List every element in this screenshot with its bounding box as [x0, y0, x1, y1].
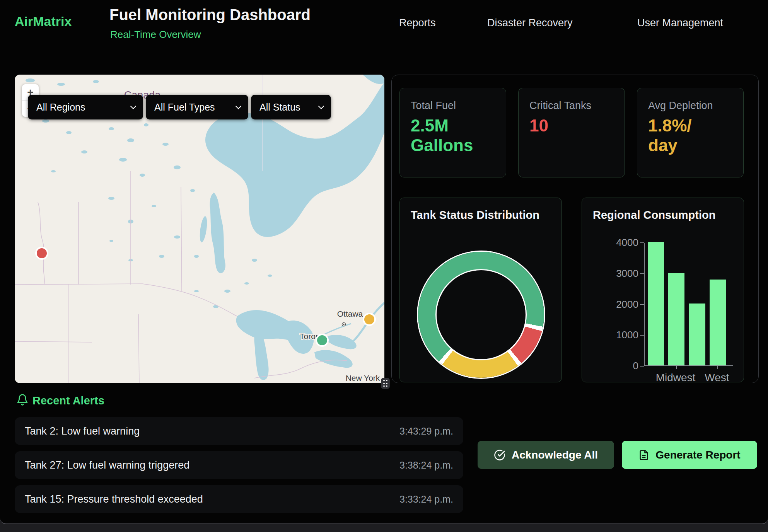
filter-all-status[interactable]: All Status — [251, 95, 331, 119]
acknowledge-all-button[interactable]: Acknowledge All — [478, 441, 614, 469]
x-axis-label: West — [690, 372, 744, 384]
alert-time: 3:43:29 p.m. — [399, 426, 453, 437]
donut-chart — [418, 252, 544, 378]
y-tick-label: 4000 — [604, 237, 638, 249]
resize-grip-icon[interactable] — [381, 378, 390, 389]
map-label-new-york: New York — [346, 373, 380, 382]
report-document-icon — [638, 450, 649, 460]
check-circle-icon — [494, 449, 505, 461]
stat-label: Total Fuel — [411, 100, 456, 112]
donut-hole — [435, 269, 527, 360]
bar-chart: 01000200030004000 — [644, 243, 733, 366]
alert-text: Tank 15: Pressure threshold exceeded — [25, 493, 203, 505]
stat-card-avg-depletion: Avg Depletion 1.8%/ day — [637, 88, 744, 177]
y-tick-label: 2000 — [604, 298, 638, 310]
chevron-down-icon — [130, 103, 137, 109]
bar-segment — [710, 280, 726, 365]
stat-card-total-fuel: Total Fuel 2.5M Gallons — [399, 88, 506, 177]
filter-all-status-value: All Status — [259, 102, 300, 113]
metrics-panel: Total Fuel 2.5M Gallons Critical Tanks 1… — [391, 75, 759, 383]
chart-title: Tank Status Distribution — [411, 209, 539, 222]
map-marker-critical[interactable] — [36, 247, 48, 259]
y-tick-mark — [640, 366, 644, 367]
ottawa-town-icon — [342, 323, 346, 326]
y-tick-mark — [640, 273, 644, 274]
acknowledge-all-label: Acknowledge All — [512, 449, 598, 461]
x-tick-mark — [676, 366, 677, 369]
regional-consumption-card: Regional Consumption 01000200030004000 M… — [582, 198, 744, 382]
y-tick-mark — [640, 335, 644, 336]
alert-text: Tank 27: Low fuel warning triggered — [25, 459, 189, 471]
stat-value: 10 — [529, 116, 548, 136]
nav-disaster-recovery[interactable]: Disaster Recovery — [487, 17, 573, 29]
fuel-monitoring-dashboard: AirMatrix Fuel Monitoring Dashboard Real… — [0, 0, 768, 532]
alert-row[interactable]: Tank 15: Pressure threshold exceeded 3:3… — [15, 485, 463, 513]
tank-status-distribution-card: Tank Status Distribution — [399, 198, 562, 382]
map-marker-normal[interactable] — [316, 334, 328, 346]
x-tick-mark — [717, 366, 718, 369]
stat-value: 1.8%/ day — [648, 116, 692, 155]
brand-logo: AirMatrix — [15, 14, 72, 29]
page-title: Fuel Monitoring Dashboard — [109, 6, 311, 24]
filter-all-regions[interactable]: All Regions — [28, 95, 143, 119]
map[interactable]: Canada Ottawa Toronto New York + − — [15, 75, 384, 383]
alert-time: 3:38:24 p.m. — [399, 460, 453, 471]
map-filter-bar: All Regions All Fuel Types All Status — [28, 95, 331, 119]
y-tick-label: 0 — [604, 360, 638, 372]
app-window: AirMatrix Fuel Monitoring Dashboard Real… — [0, 0, 768, 524]
y-tick-mark — [640, 242, 644, 243]
y-tick-mark — [640, 304, 644, 305]
alert-text: Tank 2: Low fuel warning — [25, 425, 140, 437]
chevron-down-icon — [318, 103, 324, 109]
stat-label: Avg Depletion — [648, 100, 713, 112]
bell-icon — [16, 394, 29, 406]
filter-all-fuel-types[interactable]: All Fuel Types — [146, 95, 248, 119]
stat-value: 2.5M Gallons — [411, 116, 473, 155]
alert-time: 3:33:24 p.m. — [399, 494, 453, 505]
recent-alerts-title: Recent Alerts — [32, 394, 104, 407]
stat-card-critical-tanks: Critical Tanks 10 — [518, 88, 625, 177]
bar-segment — [689, 304, 705, 365]
page-subtitle: Real-Time Overview — [110, 29, 201, 41]
generate-report-button[interactable]: Generate Report — [622, 441, 757, 469]
map-label-ottawa: Ottawa — [337, 309, 363, 318]
y-tick-label: 3000 — [604, 268, 638, 280]
alert-row[interactable]: Tank 2: Low fuel warning 3:43:29 p.m. — [15, 417, 463, 445]
nav-user-management[interactable]: User Management — [637, 17, 723, 29]
nav-reports[interactable]: Reports — [399, 17, 436, 29]
y-tick-label: 1000 — [604, 329, 638, 341]
filter-all-regions-value: All Regions — [36, 102, 85, 113]
alert-row[interactable]: Tank 27: Low fuel warning triggered 3:38… — [15, 451, 463, 479]
chevron-down-icon — [236, 103, 242, 109]
filter-all-fuel-types-value: All Fuel Types — [154, 102, 215, 113]
bar-segment — [648, 242, 664, 365]
map-marker-warning[interactable] — [364, 314, 375, 325]
chart-title: Regional Consumption — [593, 209, 715, 222]
stat-label: Critical Tanks — [529, 100, 591, 112]
generate-report-label: Generate Report — [655, 449, 740, 461]
map-canvas[interactable]: Canada Ottawa Toronto New York — [15, 75, 384, 383]
bar-segment — [668, 273, 684, 365]
